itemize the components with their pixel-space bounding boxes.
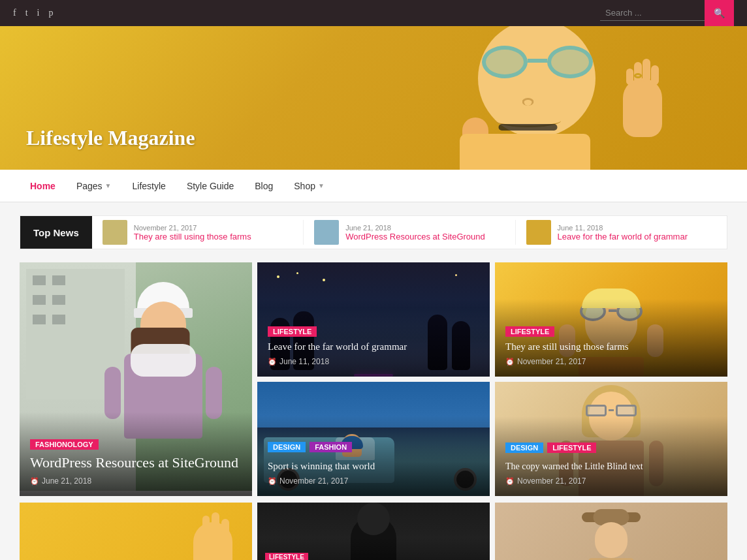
main-nav: Home Pages ▼ Lifestyle Style Guide Blog … <box>0 170 747 202</box>
site-logo[interactable]: Lifestyle Magazine <box>26 126 195 150</box>
article-card-city[interactable]: Lifestyle Leave for the far world of gra… <box>257 262 490 377</box>
social-icons: f t i p <box>13 8 53 18</box>
news-date-2: June 21, 2018 <box>345 224 485 232</box>
bottom-card-2[interactable]: Lifestyle They are still using those far… <box>257 503 490 560</box>
search-area: 🔍 <box>600 0 734 26</box>
blonde-card-tag-lifestyle: Lifestyle <box>547 443 596 453</box>
pages-dropdown-arrow: ▼ <box>105 182 112 189</box>
top-news-items: November 21, 2017 They are still using t… <box>92 220 727 245</box>
large-card-date: ⏰ June 21, 2018 <box>30 476 242 486</box>
news-title-1: They are still using those farms <box>134 232 251 241</box>
search-button[interactable]: 🔍 <box>705 0 734 26</box>
shop-dropdown-arrow: ▼ <box>318 182 325 189</box>
city-card-title: Leave for the far world of grammar <box>268 341 479 354</box>
top-bar: f t i p 🔍 <box>0 0 747 26</box>
news-date-3: June 11, 2018 <box>558 224 688 232</box>
nav-item-lifestyle[interactable]: Lifestyle <box>122 170 176 202</box>
top-news-bar: Top News November 21, 2017 They are stil… <box>20 215 727 249</box>
top-news-item-3[interactable]: June 11, 2018 Leave for the far world of… <box>516 220 727 245</box>
bottom-img-3 <box>495 503 727 560</box>
clock-icon: ⏰ <box>30 477 39 486</box>
news-date-1: November 21, 2017 <box>134 224 251 232</box>
article-card-large[interactable]: Fashionology WordPress Resources at Site… <box>20 262 252 496</box>
clock-icon-3: ⏰ <box>505 358 515 366</box>
twitter-icon[interactable]: t <box>25 8 28 18</box>
news-info-2: June 21, 2018 WordPress Resources at Sit… <box>345 224 485 241</box>
bottom-tag-2: Lifestyle <box>265 553 308 560</box>
large-card-title: WordPress Resources at SiteGround <box>30 454 242 473</box>
news-title-2: WordPress Resources at SiteGround <box>345 232 485 241</box>
news-thumb-3 <box>526 220 551 245</box>
nav-item-blog[interactable]: Blog <box>244 170 283 202</box>
bottom-img-1 <box>20 503 252 560</box>
nav-item-style-guide[interactable]: Style Guide <box>176 170 244 202</box>
car-card-overlay: Design Fashion Sport is winning that wor… <box>257 416 490 497</box>
nav-item-pages[interactable]: Pages ▼ <box>66 170 122 202</box>
city-card-overlay: Lifestyle Leave for the far world of gra… <box>257 299 490 377</box>
news-title-3: Leave for the far world of grammar <box>558 232 688 241</box>
bottom-card-2-overlay: Lifestyle They are still using those far… <box>257 537 490 560</box>
hero-header: Lifestyle Magazine <box>0 26 747 170</box>
blonde-card-title: The copy warned the Little Blind text <box>505 461 717 473</box>
instagram-icon[interactable]: i <box>37 8 40 18</box>
news-info-1: November 21, 2017 They are still using t… <box>134 224 251 241</box>
pinterest-icon[interactable]: p <box>48 8 53 18</box>
bottom-card-3[interactable] <box>495 503 727 560</box>
yellow-card-tag: Lifestyle <box>505 326 554 337</box>
yellow-card-overlay: Lifestyle They are still using those far… <box>495 299 727 377</box>
facebook-icon[interactable]: f <box>13 8 16 18</box>
car-card-tag-fashion: Fashion <box>310 442 352 452</box>
nav-item-home[interactable]: Home <box>20 170 66 202</box>
blonde-card-tag-design: Design <box>505 443 543 453</box>
clock-icon-5: ⏰ <box>505 477 515 486</box>
top-news-item-1[interactable]: November 21, 2017 They are still using t… <box>92 220 304 245</box>
nav-item-shop[interactable]: Shop ▼ <box>283 170 335 202</box>
yellow-card-date: ⏰ November 21, 2017 <box>505 357 717 366</box>
article-card-blonde[interactable]: Design Lifestyle The copy warned the Lit… <box>495 382 727 496</box>
main-content: Fashionology WordPress Resources at Site… <box>0 256 747 560</box>
bottom-grid: Lifestyle They are still using those far… <box>20 503 727 560</box>
yellow-card-title: They are still using those farms <box>505 341 717 354</box>
article-card-yellow[interactable]: Lifestyle They are still using those far… <box>495 262 727 377</box>
news-info-3: June 11, 2018 Leave for the far world of… <box>558 224 688 241</box>
search-input[interactable] <box>600 5 705 21</box>
article-grid: Fashionology WordPress Resources at Site… <box>20 262 727 496</box>
top-news-label: Top News <box>20 216 92 249</box>
news-thumb-1 <box>103 220 127 245</box>
car-card-tag-design: Design <box>268 442 306 452</box>
large-card-overlay: Fashionology WordPress Resources at Site… <box>20 412 252 496</box>
clock-icon-4: ⏰ <box>268 477 277 486</box>
blonde-card-overlay: Design Lifestyle The copy warned the Lit… <box>495 416 727 496</box>
clock-icon-2: ⏰ <box>268 358 277 366</box>
car-card-title: Sport is winning that world <box>268 460 479 473</box>
city-card-tag: Lifestyle <box>268 326 317 337</box>
large-card-tag: Fashionology <box>30 439 99 450</box>
bottom-card-1[interactable] <box>20 503 252 560</box>
article-card-car[interactable]: Design Fashion Sport is winning that wor… <box>257 382 490 496</box>
city-card-date: ⏰ June 11, 2018 <box>268 357 479 366</box>
blonde-card-date: ⏰ November 21, 2017 <box>505 476 717 486</box>
news-thumb-2 <box>314 220 339 245</box>
car-card-date: ⏰ November 21, 2017 <box>268 476 479 486</box>
top-news-item-2[interactable]: June 21, 2018 WordPress Resources at Sit… <box>304 220 515 245</box>
